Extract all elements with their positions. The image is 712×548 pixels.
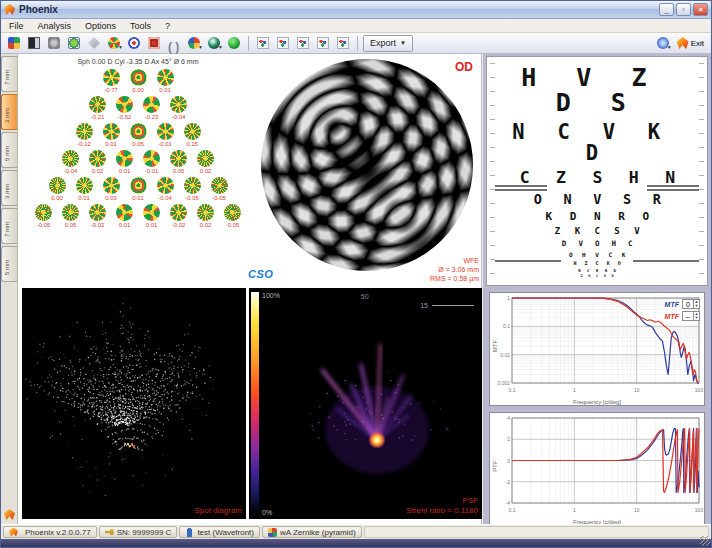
spinner-arrows-icon[interactable]: ▲▼ <box>693 300 699 308</box>
left-tab-label: 5 mm <box>4 245 10 275</box>
zernike-term[interactable]: 0.01 <box>75 177 93 202</box>
exit-icon[interactable]: Exit <box>674 35 707 52</box>
exit-icon-glyph <box>677 37 689 49</box>
strehl-ratio: Strehl ratio = 0.1180 <box>406 506 478 516</box>
zernike-term[interactable]: -0.02 <box>170 204 188 229</box>
zernike-term[interactable]: 0.01 <box>116 204 134 229</box>
zernike-map-icon <box>116 150 133 167</box>
gray-map-icon[interactable] <box>45 35 63 52</box>
status-mode[interactable]: wA Zernike (pyramid) <box>262 526 362 538</box>
lens-icon[interactable]: ▼ <box>205 35 223 52</box>
zernike-term[interactable]: -0.05 <box>183 177 201 202</box>
zernike-term[interactable]: -0.01 <box>143 150 161 175</box>
title-bar[interactable]: Phoenix _ ▫ × <box>1 1 711 19</box>
contrast-map-icon[interactable] <box>25 35 43 52</box>
zernike-term[interactable]: -0.04 <box>62 150 80 175</box>
status-app-version[interactable]: Phoenix v.2.0.0.77 <box>3 526 97 538</box>
zernike-term[interactable]: 0.01 <box>156 69 174 94</box>
keratoscope-icon[interactable] <box>145 35 163 52</box>
app-window: Phoenix _ ▫ × FileAnalysisOptionsTools? … <box>0 0 712 548</box>
dropdown-caret-icon[interactable]: ▼ <box>118 44 123 50</box>
zernike-term[interactable]: -0.05 <box>210 177 228 202</box>
zernike-term[interactable]: 0.02 <box>89 150 107 175</box>
zernike-term[interactable]: 0.01 <box>102 123 120 148</box>
resize-grip[interactable] <box>700 536 710 546</box>
left-tab-2[interactable]: 5 mm <box>1 132 17 168</box>
zernike-term[interactable]: -0.05 <box>35 204 53 229</box>
dropdown-caret-icon[interactable]: ▼ <box>218 44 223 50</box>
export-caret-icon[interactable]: ▼ <box>400 40 406 46</box>
zernike-term[interactable]: -0.77 <box>102 69 120 94</box>
zernike-term[interactable]: -0.12 <box>75 123 93 148</box>
left-tab-0[interactable]: 7 mm <box>1 56 17 92</box>
summary-2-icon[interactable] <box>274 35 292 52</box>
left-tab-4[interactable]: 7 mm <box>1 208 17 244</box>
status-user[interactable]: test (Wavefront) <box>179 526 260 538</box>
mtf-chart-panel[interactable]: 0.111010010.10.010.001 MTF Frequency [c/… <box>489 292 705 406</box>
rings-icon[interactable] <box>165 35 183 52</box>
pupil-map-icon[interactable] <box>65 35 83 52</box>
zernike-term[interactable]: 0.05 <box>62 204 80 229</box>
zernike-term[interactable]: -0.04 <box>156 177 174 202</box>
menu-item-options[interactable]: Options <box>85 21 116 31</box>
summary-3-icon[interactable] <box>294 35 312 52</box>
zernike-term[interactable]: -0.04 <box>170 96 188 121</box>
mtf-legend-selector[interactable]: --▲▼ <box>682 311 700 321</box>
zernike-term[interactable]: -0.01 <box>156 123 174 148</box>
menu-item-file[interactable]: File <box>9 21 24 31</box>
left-tab-3[interactable]: 3 mm <box>1 170 17 206</box>
close-button[interactable]: × <box>693 3 708 16</box>
zernike-matrix-icon[interactable] <box>5 35 23 52</box>
zernike-term[interactable]: 0.05 <box>170 150 188 175</box>
zernike-term[interactable]: 0.01 <box>129 177 147 202</box>
zernike-pyramid-icon[interactable]: ▼ <box>105 35 123 52</box>
zernike-term[interactable]: 0.00 <box>48 177 66 202</box>
zernike-term[interactable]: -0.05 <box>224 204 242 229</box>
diamond-map-icon[interactable] <box>85 35 103 52</box>
zernike-term[interactable]: -0.52 <box>116 96 134 121</box>
zernike-coefficient: 0.02 <box>197 221 215 229</box>
ptf-chart-panel[interactable]: 0.1110100420-2-4 PTF Frequency [c/deg] <box>489 412 705 526</box>
left-tab-1[interactable]: 3 mm <box>1 94 17 130</box>
zernike-term[interactable]: -0.02 <box>89 204 107 229</box>
dropdown-caret-icon[interactable]: ▼ <box>667 44 672 50</box>
summary-4-icon[interactable] <box>314 35 332 52</box>
zernike-term[interactable]: 0.15 <box>183 123 201 148</box>
menu-item-analysis[interactable]: Analysis <box>38 21 72 31</box>
menu-item-tools[interactable]: Tools <box>130 21 151 31</box>
svg-text:1: 1 <box>573 507 576 513</box>
spinner-arrows-icon[interactable]: ▲▼ <box>693 312 699 320</box>
refraction-icon[interactable]: ▼ <box>654 35 672 52</box>
status-serial-number[interactable]: SN: 9999999 C <box>99 526 178 538</box>
zernike-map-icon <box>170 96 187 113</box>
left-tab-5[interactable]: 5 mm <box>1 246 17 282</box>
dropdown-caret-icon[interactable]: ▼ <box>198 44 203 50</box>
zernike-term[interactable]: 0.02 <box>197 204 215 229</box>
color-map-icon[interactable]: ▼ <box>185 35 203 52</box>
acuity-chart-panel[interactable]: H V Z D SN C V K DC Z S H NO N V S RK D … <box>486 56 708 286</box>
zernike-term[interactable]: 0.01 <box>116 150 134 175</box>
summary-5-icon[interactable] <box>334 35 352 52</box>
zernike-term[interactable]: -0.23 <box>143 96 161 121</box>
zernike-term[interactable]: -0.21 <box>89 96 107 121</box>
zernike-map-icon <box>49 177 66 194</box>
export-button[interactable]: Export ▼ <box>363 35 413 52</box>
zernike-term[interactable]: 0.05 <box>129 123 147 148</box>
zernike-term[interactable]: 0.02 <box>197 150 215 175</box>
maximize-button[interactable]: ▫ <box>676 3 691 16</box>
spot-diagram-panel[interactable]: Spot diagram <box>22 288 246 519</box>
mtf-legend-selector[interactable]: 0▲▼ <box>682 299 700 309</box>
summary-1-icon[interactable] <box>254 35 272 52</box>
green-dot-icon[interactable] <box>225 35 243 52</box>
minimize-button[interactable]: _ <box>659 3 674 16</box>
psf-panel[interactable]: 100% 0% 50 15 PSF Strehl ratio = 0.1180 <box>249 288 482 519</box>
zernike-row-5: -0.040.020.01-0.010.050.02 <box>22 150 254 175</box>
zernike-term[interactable]: 0.01 <box>143 204 161 229</box>
menu-item-help[interactable]: ? <box>165 21 170 31</box>
zernike-map-icon <box>89 96 106 113</box>
zernike-term[interactable]: 0.03 <box>102 177 120 202</box>
status-bar: Phoenix v.2.0.0.77SN: 9999999 Ctest (Wav… <box>1 524 711 539</box>
interferogram-map[interactable] <box>261 59 473 271</box>
zernike-term[interactable]: 0.00 <box>129 69 147 94</box>
target-icon[interactable] <box>125 35 143 52</box>
